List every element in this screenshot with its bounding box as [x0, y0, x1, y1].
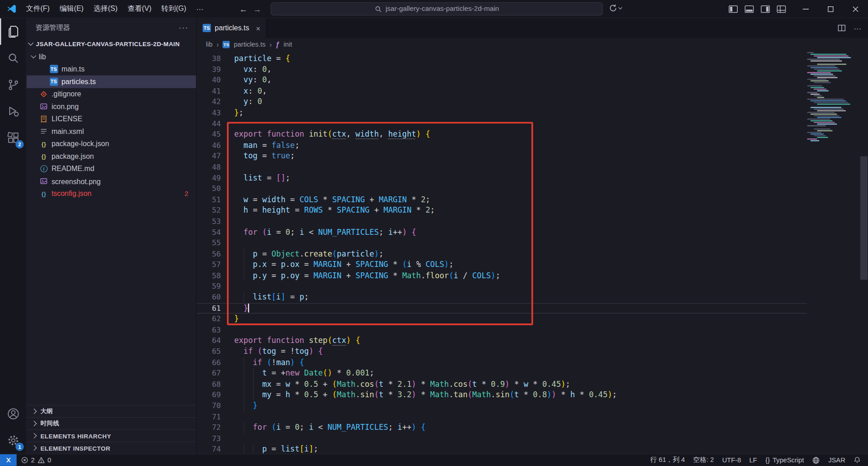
- code-line[interactable]: 40 vy: 0,: [197, 75, 807, 86]
- section-header[interactable]: 大纲: [27, 405, 196, 417]
- code-line[interactable]: 44: [197, 119, 807, 129]
- tree-item[interactable]: {}package-lock.json: [27, 138, 196, 150]
- jsar-status[interactable]: JSAR: [828, 456, 845, 464]
- eol-indicator[interactable]: LF: [749, 456, 757, 464]
- code-line[interactable]: 63: [197, 324, 807, 335]
- close-tab-icon[interactable]: ×: [256, 24, 260, 33]
- toggle-sidebar-icon[interactable]: [728, 5, 738, 13]
- project-root-folder[interactable]: JSAR-GALLERY-CANVAS-PARTICLES-2D-MAIN: [27, 37, 196, 50]
- code-line[interactable]: 51 w = width = COLS * SPACING + MARGIN *…: [197, 194, 807, 205]
- line-number: 48: [197, 162, 221, 172]
- tree-item[interactable]: iREADME.md: [27, 162, 196, 175]
- code-line[interactable]: 60 list[i] = p;: [197, 292, 807, 303]
- code-line[interactable]: 52 h = height = ROWS * SPACING + MARGIN …: [197, 205, 807, 216]
- split-editor-icon[interactable]: [838, 24, 846, 32]
- close-button[interactable]: [843, 0, 868, 18]
- code-line[interactable]: 50: [197, 183, 807, 194]
- toggle-panel-icon[interactable]: [745, 5, 754, 13]
- remote-indicator[interactable]: [0, 454, 17, 466]
- menu-item[interactable]: 编辑(E): [55, 2, 89, 15]
- encoding[interactable]: UTF-8: [722, 456, 741, 464]
- search-icon[interactable]: [0, 45, 27, 71]
- globe-icon[interactable]: [812, 456, 820, 464]
- breadcrumb-folder[interactable]: lib: [206, 40, 213, 48]
- code-line[interactable]: 59: [197, 281, 807, 292]
- extensions-icon[interactable]: 2: [0, 125, 27, 152]
- account-icon[interactable]: [0, 400, 27, 427]
- code-line[interactable]: 43};: [197, 108, 807, 119]
- tree-item[interactable]: .gitignore: [27, 88, 196, 100]
- code-line[interactable]: 73: [197, 433, 807, 444]
- code-line[interactable]: 61 }: [197, 303, 807, 314]
- section-header[interactable]: 时间线: [27, 417, 196, 429]
- code-line[interactable]: 56 p = Object.create(particle);: [197, 248, 807, 259]
- code-line[interactable]: 65 if (tog = !tog) {: [197, 346, 807, 357]
- code-line[interactable]: 42 y: 0: [197, 97, 807, 108]
- menu-item[interactable]: 查看(V): [123, 2, 156, 15]
- menu-item[interactable]: ···: [191, 3, 208, 15]
- code-line[interactable]: 58 p.y = p.oy = MARGIN + SPACING * Math.…: [197, 270, 807, 281]
- explorer-icon[interactable]: [0, 18, 27, 45]
- notifications-bell-icon[interactable]: [854, 456, 861, 464]
- section-header[interactable]: ELEMENT INSPECTOR: [27, 442, 196, 454]
- menu-item[interactable]: 选择(S): [89, 2, 123, 15]
- tree-item[interactable]: main.xsml: [27, 125, 196, 138]
- minimap[interactable]: [807, 51, 859, 142]
- language-mode[interactable]: {} TypeScript: [765, 456, 804, 464]
- indentation[interactable]: 空格: 2: [693, 456, 714, 465]
- editor-more-actions-icon[interactable]: ···: [854, 24, 861, 33]
- tree-item[interactable]: {}tsconfig.json2: [27, 187, 196, 200]
- section-header[interactable]: ELEMENTS HIRARCHY: [27, 429, 196, 442]
- code-line[interactable]: 57 p.x = p.ox = MARGIN + SPACING * (i % …: [197, 259, 807, 270]
- settings-icon[interactable]: 1: [0, 427, 27, 454]
- code-line[interactable]: 47 tog = true;: [197, 151, 807, 162]
- code-line[interactable]: 48: [197, 162, 807, 172]
- code-line[interactable]: 45export function init(ctx, width, heigh…: [197, 129, 807, 140]
- tree-item[interactable]: lib: [27, 50, 196, 63]
- code-line[interactable]: 49 list = [];: [197, 172, 807, 183]
- menu-item[interactable]: 文件(F): [21, 2, 55, 15]
- code-line[interactable]: 55: [197, 238, 807, 248]
- cursor-position[interactable]: 行 61，列 4: [650, 456, 685, 465]
- code-line[interactable]: 66 if (!man) {: [197, 357, 807, 368]
- back-arrow-icon[interactable]: ←: [239, 4, 247, 14]
- run-and-debug-icon[interactable]: [0, 98, 27, 125]
- code-line[interactable]: 69 my = h * 0.5 + (Math.sin(t * 3.2) * M…: [197, 390, 807, 400]
- code-line[interactable]: 74 p = list[i];: [197, 444, 807, 454]
- code-line[interactable]: 41 x: 0,: [197, 86, 807, 97]
- tree-item[interactable]: icon.png: [27, 100, 196, 113]
- source-control-icon[interactable]: [0, 71, 27, 98]
- scrollbar-thumb[interactable]: [860, 156, 868, 280]
- command-center-search[interactable]: jsar-gallery-canvas-particles-2d-main: [271, 2, 603, 15]
- tree-item[interactable]: TSparticles.ts: [27, 76, 196, 88]
- code-line[interactable]: 39 vx: 0,: [197, 64, 807, 75]
- more-actions-icon[interactable]: ···: [179, 23, 189, 32]
- forward-arrow-icon[interactable]: →: [253, 4, 261, 14]
- code-line[interactable]: 62}: [197, 314, 807, 324]
- tree-item[interactable]: {}package.json: [27, 150, 196, 163]
- code-line[interactable]: 72 for (i = 0; i < NUM_PARTICLES; i++) {: [197, 422, 807, 433]
- tree-item[interactable]: TSmain.ts: [27, 63, 196, 76]
- code-line[interactable]: 71: [197, 411, 807, 422]
- customize-layout-icon[interactable]: [777, 5, 786, 13]
- code-editor[interactable]: 38particle = {39 vx: 0,40 vy: 0,41 x: 0,…: [197, 51, 868, 454]
- code-line[interactable]: 64export function step(ctx) {: [197, 335, 807, 346]
- tab-particles-ts[interactable]: TS particles.ts ×: [197, 18, 267, 38]
- toggle-secondary-sidebar-icon[interactable]: [760, 5, 770, 13]
- breadcrumb-file[interactable]: particles.ts: [234, 40, 265, 48]
- menu-item[interactable]: 转到(G): [156, 2, 191, 15]
- code-line[interactable]: 38particle = {: [197, 53, 807, 64]
- tree-item[interactable]: screenshot.png: [27, 175, 196, 188]
- tree-item[interactable]: LICENSE: [27, 113, 196, 125]
- code-line[interactable]: 54 for (i = 0; i < NUM_PARTICLES; i++) {: [197, 227, 807, 238]
- sync-button[interactable]: [609, 4, 622, 12]
- code-line[interactable]: 67 t = +new Date() * 0.001;: [197, 368, 807, 379]
- maximize-button[interactable]: [818, 0, 843, 18]
- problems-status[interactable]: 2 0: [17, 456, 51, 464]
- code-line[interactable]: 70 }: [197, 400, 807, 411]
- breadcrumb-symbol[interactable]: init: [283, 40, 292, 48]
- code-line[interactable]: 68 mx = w * 0.5 + (Math.cos(t * 2.1) * M…: [197, 379, 807, 390]
- minimize-button[interactable]: [793, 0, 818, 18]
- code-line[interactable]: 53: [197, 216, 807, 227]
- code-line[interactable]: 46 man = false;: [197, 140, 807, 151]
